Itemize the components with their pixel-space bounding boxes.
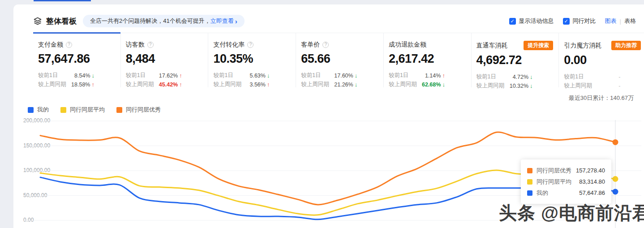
chart-legend: 我的 同行同层平均 同行同层优秀 xyxy=(28,106,161,114)
compare-label: 较上周同期 xyxy=(564,82,592,90)
compare-value: 18.58% xyxy=(71,82,90,88)
trend-arrow-icon: ↑ xyxy=(442,72,445,79)
metric-title: 成功退款金额 xyxy=(389,41,426,49)
metric-title: 支付金额 xyxy=(38,41,63,49)
tooltip-row: 同行同层平均 83,314.80 xyxy=(527,176,605,187)
boost-recommend-badge[interactable]: 助力推荐 xyxy=(611,41,641,50)
toggle-show-activity[interactable]: ✓ 显示活动信息 xyxy=(509,17,554,25)
checkbox-checked-icon[interactable]: ✓ xyxy=(509,18,516,25)
trend-arrow-icon: ↓ xyxy=(92,72,95,79)
tooltip-value: 83,314.80 xyxy=(579,178,605,185)
compare-label: 较上周同期 xyxy=(389,81,417,88)
compare-label: 较上周同期 xyxy=(301,81,329,88)
legend-label: 同行同层平均 xyxy=(70,106,105,114)
legend-item-mine[interactable]: 我的 xyxy=(28,106,49,114)
compare-label: 较上周同期 xyxy=(126,81,154,88)
chevron-right-icon: › xyxy=(235,17,237,25)
tooltip-label: 同行同层优秀 xyxy=(537,167,571,175)
trend-arrow-icon: ↑ xyxy=(267,81,270,88)
tooltip-swatch-blue xyxy=(527,190,532,196)
compare-value: 5.63% xyxy=(249,73,265,79)
legend-label: 我的 xyxy=(37,106,49,114)
help-icon[interactable]: ? xyxy=(247,42,253,48)
legend-swatch-orange xyxy=(116,107,122,113)
help-icon[interactable]: ? xyxy=(322,42,329,48)
view-toggle-table[interactable]: 表格 xyxy=(624,17,636,25)
compare-label: 较前1日 xyxy=(301,72,321,79)
trend-arrow-icon: ↑ xyxy=(92,81,95,88)
compare-label: 较上周同期 xyxy=(477,82,505,90)
view-toggle: 图表 | 表格 xyxy=(605,17,636,25)
compare-value: - xyxy=(618,74,620,80)
metric-card-refund-amount[interactable]: 成功退款金额 2,617.42 较前1日 1.14%↑ 较上周同期 62.68%… xyxy=(384,33,472,87)
toggle-peer-compare[interactable]: ✓ 同行对比 xyxy=(563,17,596,25)
notice-pill: 全店一共有2个问题待解决，41个机会可提升， 立即查看 › xyxy=(83,15,245,27)
tooltip-row: 我的 57,647.86 xyxy=(527,187,605,198)
notice-view-link[interactable]: 立即查看 xyxy=(210,17,234,25)
trend-arrow-icon: ↑ xyxy=(179,81,182,88)
checkbox-checked-icon[interactable]: ✓ xyxy=(563,18,570,25)
tooltip-row: 同行同层优秀 157,278.40 xyxy=(527,165,605,176)
tooltip-label: 我的 xyxy=(537,189,548,197)
legend-item-peer-average[interactable]: 同行同层平均 xyxy=(60,106,105,114)
compare-label: 较上周同期 xyxy=(213,81,241,88)
metric-value: 0.00 xyxy=(564,53,642,67)
compare-label: 较前1日 xyxy=(477,73,496,81)
compare-label: 较上周同期 xyxy=(38,81,66,88)
boost-search-badge[interactable]: 提升搜索 xyxy=(524,41,553,50)
legend-swatch-blue xyxy=(28,107,34,113)
compare-value: 4.72% xyxy=(513,74,528,80)
legend-label: 同行同层优秀 xyxy=(126,106,161,114)
metric-value: 4,692.72 xyxy=(477,53,554,67)
compare-label: 较前1日 xyxy=(564,73,584,81)
trend-arrow-icon: ↑ xyxy=(179,72,182,79)
compare-value: 17.60% xyxy=(334,73,353,79)
tooltip-value: 57,647.86 xyxy=(579,189,605,196)
tooltip-swatch-yellow xyxy=(527,179,532,185)
panel-header: 整体看板 全店一共有2个问题待解决，41个机会可提升， 立即查看 › ✓ 显示活… xyxy=(33,14,636,28)
metric-card-visitors[interactable]: 访客数 ? 8,484 较前1日 17.62%↑ 较上周同期 45.42%↑ xyxy=(121,33,209,87)
metric-title: 访客数 xyxy=(126,41,145,49)
metric-value: 10.35% xyxy=(213,52,291,66)
compare-value: 8.54% xyxy=(74,73,90,79)
legend-item-peer-excellent[interactable]: 同行同层优秀 xyxy=(116,106,161,114)
metric-value: 57,647.86 xyxy=(38,52,116,66)
compare-value: 3.56% xyxy=(249,82,265,88)
compare-label: 较前1日 xyxy=(126,72,146,79)
layers-icon xyxy=(33,17,42,26)
compare-value: - xyxy=(618,83,620,89)
compare-label: 较前1日 xyxy=(213,72,233,79)
metric-title: 支付转化率 xyxy=(213,41,245,49)
compare-value: 10.32% xyxy=(510,83,528,89)
trend-arrow-icon: ↓ xyxy=(355,81,358,88)
top-tab-indicator xyxy=(34,0,91,1)
page-title: 整体看板 xyxy=(46,16,77,26)
help-icon[interactable]: ? xyxy=(66,42,72,48)
compare-label: 较前1日 xyxy=(38,72,58,79)
trend-arrow-icon: ↓ xyxy=(442,81,445,88)
toggle-show-activity-label: 显示活动信息 xyxy=(519,17,554,25)
legend-swatch-yellow xyxy=(60,107,66,113)
trend-arrow-icon: ↓ xyxy=(355,72,358,79)
metric-card-ztc-spend[interactable]: 直通车消耗 提升搜索 4,692.72 较前1日 4.72%↓ 较上周同期 10… xyxy=(472,33,559,87)
metric-value: 65.66 xyxy=(301,52,379,66)
metric-card-ylmf-spend[interactable]: 引力魔方消耗 助力推荐 0.00 较前1日 - 较上周同期 - xyxy=(559,33,644,87)
chart-tooltip: 同行同层优秀 157,278.40 同行同层平均 83,314.80 我的 57… xyxy=(521,159,611,204)
compare-value: 21.26% xyxy=(334,82,353,88)
metric-card-conversion-rate[interactable]: 支付转化率 ? 10.35% 较前1日 5.63%↓ 较上周同期 3.56%↑ xyxy=(208,33,296,87)
chart-summary: 最近30日累计：140.67万 xyxy=(569,94,634,102)
tooltip-label: 同行同层平均 xyxy=(537,178,571,186)
notice-text: 全店一共有2个问题待解决，41个机会可提升， xyxy=(90,17,210,25)
dashboard-page: 整体看板 全店一共有2个问题待解决，41个机会可提升， 立即查看 › ✓ 显示活… xyxy=(0,0,644,228)
help-icon[interactable]: ? xyxy=(147,42,154,48)
compare-value: 62.68% xyxy=(422,82,441,88)
metric-title: 引力魔方消耗 xyxy=(564,42,601,50)
metric-card-avg-order-value[interactable]: 客单价 ? 65.66 较前1日 17.60%↓ 较上周同期 21.26%↓ xyxy=(296,33,384,87)
metric-title: 直通车消耗 xyxy=(477,42,508,50)
trend-arrow-icon: ↓ xyxy=(530,82,533,89)
metric-card-payment-amount[interactable]: 支付金额 ? 57,647.86 较前1日 8.54%↓ 较上周同期 18.58… xyxy=(33,33,121,87)
view-toggle-chart[interactable]: 图表 xyxy=(605,17,617,25)
tooltip-value: 157,278.40 xyxy=(576,167,605,174)
compare-value: 17.62% xyxy=(159,73,178,79)
metric-title: 客单价 xyxy=(301,41,320,49)
